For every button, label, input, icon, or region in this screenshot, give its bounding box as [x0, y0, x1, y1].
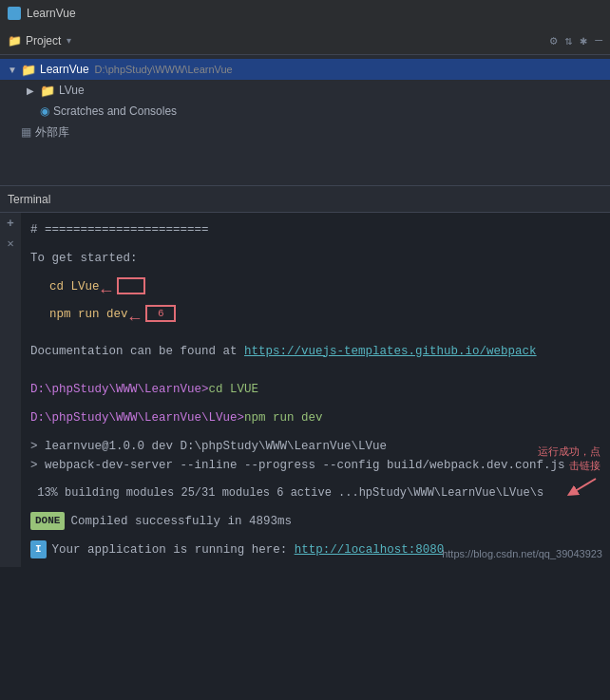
title-bar: LearnVue	[0, 0, 610, 27]
close-terminal-button[interactable]: ✕	[7, 236, 13, 251]
tree-item-label: LearnVue	[40, 63, 89, 76]
cn-annotation: 运行成功，点击链接	[538, 445, 600, 502]
red-arrow-2: ←	[130, 305, 141, 332]
localhost-link[interactable]: http://localhost:8080	[295, 540, 445, 559]
project-panel: 📁 Project ▾ ⚙ ⇅ ✱ — ▼ 📁 LearnVue D:\phpS…	[0, 27, 610, 186]
red-arrow-1: ←	[102, 277, 112, 305]
terminal-body: + ✕ # ======================= To get sta…	[0, 213, 610, 567]
layout-icon[interactable]: ⇅	[565, 33, 573, 48]
terminal-line-progress: 13% building modules 25/31 modules 6 act…	[30, 484, 600, 502]
info-badge: I	[30, 540, 47, 559]
watermark: https://blog.csdn.net/qq_39043923	[442, 546, 602, 563]
dropdown-icon[interactable]: ▾	[67, 35, 71, 46]
terminal-line-npm: npm run dev ← 6	[30, 305, 600, 332]
tree-item-scratches[interactable]: ◉ Scratches and Consoles	[0, 101, 610, 122]
tree-item-learnvue[interactable]: ▼ 📁 LearnVue D:\phpStudy\WWW\LearnVue	[0, 59, 610, 80]
terminal-line-done: DONE Compiled successfully in 4893ms	[30, 512, 600, 531]
terminal-section: Terminal + ✕ # ======================= T…	[0, 186, 610, 567]
gear2-icon[interactable]: ✱	[580, 33, 587, 48]
minimize-icon[interactable]: —	[595, 33, 602, 47]
terminal-header: Terminal	[0, 186, 610, 213]
done-badge: DONE	[30, 512, 65, 531]
tree-item-path: D:\phpStudy\WWW\LearnVue	[95, 64, 233, 75]
terminal-line-docs: Documentation can be found at https://vu…	[30, 342, 600, 361]
toolbar-icons: ⚙ ⇅ ✱ —	[550, 33, 602, 48]
scratch-icon: ◉	[40, 104, 49, 118]
project-toolbar: 📁 Project ▾ ⚙ ⇅ ✱ —	[0, 27, 610, 55]
folder-icon-lvue: 📁	[40, 84, 55, 98]
terminal-side-buttons: + ✕	[0, 213, 21, 567]
terminal-line-started: To get started:	[30, 249, 600, 268]
terminal-line-output1: > learnvue@1.0.0 dev D:\phpStudy\WWW\Lea…	[30, 437, 600, 456]
project-label: 📁 Project ▾	[8, 34, 71, 47]
settings-icon[interactable]: ⚙	[550, 33, 558, 48]
terminal-title: Terminal	[8, 193, 50, 206]
tree-item-label-external: 外部库	[35, 124, 69, 141]
tree-item-external-libs[interactable]: ▦ 外部库	[0, 122, 610, 142]
docs-link[interactable]: https://vuejs-templates.github.io/webpac…	[244, 342, 537, 361]
red-box-num: 6	[145, 305, 176, 322]
app-icon	[8, 7, 21, 20]
external-lib-icon: ▦	[21, 125, 31, 139]
tree-item-lvue[interactable]: ▶ 📁 LVue	[0, 80, 610, 101]
folder-icon: 📁	[21, 63, 36, 77]
terminal-line-output2: > webpack-dev-server --inline --progress…	[30, 456, 600, 475]
terminal-line-separator: # =======================	[30, 220, 600, 239]
project-tree: ▼ 📁 LearnVue D:\phpStudy\WWW\LearnVue ▶ …	[0, 55, 610, 146]
tree-expand-arrow: ▼	[8, 65, 21, 75]
terminal-line-cd: cd LVue ←	[30, 277, 600, 305]
tree-item-label-scratches: Scratches and Consoles	[53, 104, 177, 118]
folder-small-icon: 📁	[8, 34, 22, 47]
terminal-content[interactable]: # ======================= To get started…	[21, 213, 610, 567]
tree-item-label-lvue: LVue	[59, 84, 85, 97]
add-terminal-button[interactable]: +	[7, 217, 14, 231]
tree-expand-arrow-lvue: ▶	[27, 85, 40, 96]
red-box-1	[117, 277, 145, 294]
title-bar-text: LearnVue	[27, 7, 76, 20]
terminal-line-prompt1: D:\phpStudy\WWW\LearnVue> cd LVUE	[30, 380, 600, 399]
terminal-line-prompt2: D:\phpStudy\WWW\LearnVue\LVue> npm run d…	[30, 408, 600, 427]
